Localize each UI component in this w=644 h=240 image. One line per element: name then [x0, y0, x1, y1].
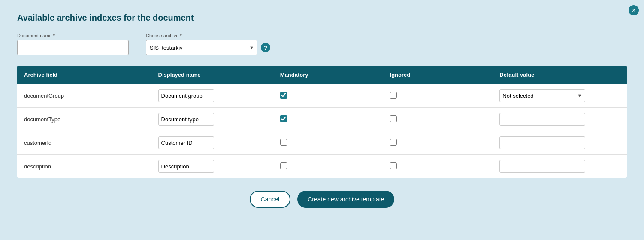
document-name-label: Document name *	[17, 33, 129, 38]
cell-archive-field: documentGroup	[17, 84, 151, 108]
default-value-select[interactable]: Not selected	[499, 89, 585, 102]
cell-default-value	[493, 155, 627, 178]
field-name-text: documentType	[24, 116, 60, 123]
cell-mandatory	[273, 108, 383, 131]
field-name-text: customerId	[24, 140, 51, 146]
archive-select[interactable]: SIS_testarkiv	[146, 40, 257, 55]
cell-displayed-name	[151, 84, 273, 108]
displayed-name-input[interactable]	[158, 160, 214, 173]
table-row: documentType	[17, 108, 627, 131]
cell-mandatory	[273, 131, 383, 155]
table-row: documentGroupNot selected▼	[17, 84, 627, 108]
table-row: customerId	[17, 131, 627, 155]
cell-default-value: Not selected▼	[493, 84, 627, 108]
col-header-displayed-name: Displayed name	[151, 66, 273, 84]
ignored-checkbox[interactable]	[390, 162, 397, 169]
cell-ignored	[383, 155, 493, 178]
table-row: description	[17, 155, 627, 178]
cell-archive-field: documentType	[17, 108, 151, 131]
displayed-name-input[interactable]	[158, 89, 214, 102]
choose-archive-group: Choose archive * SIS_testarkiv ▼ ?	[146, 33, 270, 55]
ignored-checkbox[interactable]	[390, 139, 397, 146]
dialog-title: Available archive indexes for the docume…	[17, 13, 627, 23]
archive-indexes-table-container: Archive field Displayed name Mandatory I…	[17, 66, 627, 178]
archive-select-wrapper: SIS_testarkiv ▼	[146, 40, 257, 55]
cell-displayed-name	[151, 108, 273, 131]
cell-displayed-name	[151, 155, 273, 178]
create-template-button[interactable]: Create new archive template	[297, 191, 394, 208]
mandatory-checkbox[interactable]	[280, 92, 287, 99]
archive-indexes-table: Archive field Displayed name Mandatory I…	[17, 66, 627, 178]
cell-default-value	[493, 131, 627, 155]
default-value-input[interactable]	[499, 113, 585, 126]
mandatory-checkbox[interactable]	[280, 139, 287, 146]
table-header-row: Archive field Displayed name Mandatory I…	[17, 66, 627, 84]
table-body: documentGroupNot selected▼documentTypecu…	[17, 84, 627, 178]
archive-select-wrap: SIS_testarkiv ▼ ?	[146, 40, 270, 55]
col-header-ignored: Ignored	[383, 66, 493, 84]
cell-mandatory	[273, 84, 383, 108]
document-name-input[interactable]	[17, 40, 129, 55]
form-row: Document name * Choose archive * SIS_tes…	[17, 33, 627, 55]
field-name-text: description	[24, 163, 51, 170]
mandatory-checkbox[interactable]	[280, 162, 287, 169]
close-button[interactable]: ×	[629, 5, 639, 15]
cell-ignored	[383, 84, 493, 108]
ignored-checkbox[interactable]	[390, 115, 397, 122]
field-name-text: documentGroup	[24, 93, 64, 99]
dialog-container: × Available archive indexes for the docu…	[0, 0, 644, 240]
displayed-name-input[interactable]	[158, 136, 214, 149]
col-header-archive-field: Archive field	[17, 66, 151, 84]
col-header-default-value: Default value	[493, 66, 627, 84]
cell-ignored	[383, 131, 493, 155]
cancel-button[interactable]: Cancel	[250, 191, 291, 208]
document-name-group: Document name *	[17, 33, 129, 55]
displayed-name-input[interactable]	[158, 113, 214, 126]
default-value-input[interactable]	[499, 160, 585, 173]
cell-ignored	[383, 108, 493, 131]
default-value-input[interactable]	[499, 136, 585, 149]
help-icon[interactable]: ?	[261, 43, 270, 52]
footer-buttons: Cancel Create new archive template	[17, 191, 627, 208]
cell-archive-field: customerId	[17, 131, 151, 155]
cell-displayed-name	[151, 131, 273, 155]
default-value-select-wrapper: Not selected▼	[499, 89, 585, 102]
cell-default-value	[493, 108, 627, 131]
ignored-checkbox[interactable]	[390, 92, 397, 99]
choose-archive-label: Choose archive *	[146, 33, 270, 38]
cell-archive-field: description	[17, 155, 151, 178]
mandatory-checkbox[interactable]	[280, 115, 287, 122]
col-header-mandatory: Mandatory	[273, 66, 383, 84]
cell-mandatory	[273, 155, 383, 178]
